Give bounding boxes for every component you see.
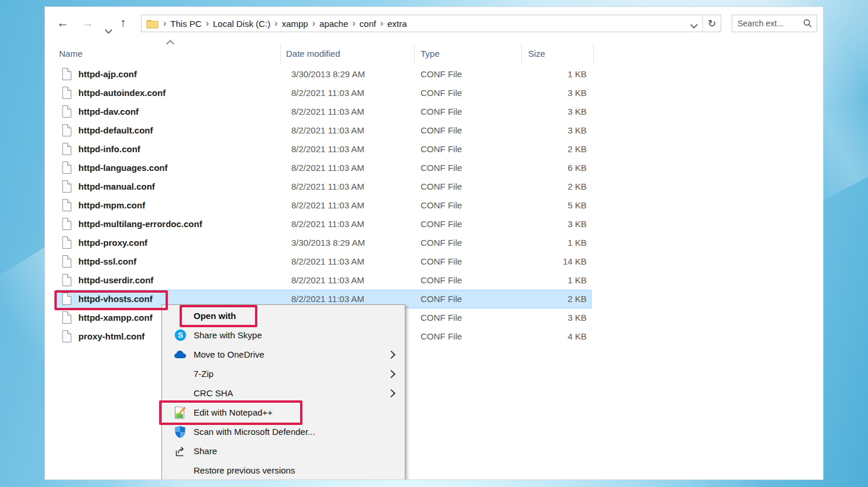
breadcrumb-item[interactable]: This PC: [167, 19, 204, 29]
file-type: CONF File: [421, 88, 462, 98]
file-size: 6 KB: [474, 163, 587, 173]
context-menu-item[interactable]: SShare with Skype: [162, 325, 405, 345]
file-row[interactable]: httpd-manual.conf8/2/2021 11:03 AMCONF F…: [56, 177, 591, 196]
context-menu-item[interactable]: Open with: [162, 306, 405, 325]
context-menu-item[interactable]: Edit with Notepad++: [162, 403, 405, 422]
context-menu-item[interactable]: CRC SHA: [162, 383, 405, 403]
file-row[interactable]: httpd-userdir.conf8/2/2021 11:03 AMCONF …: [56, 271, 591, 290]
file-icon: [62, 255, 71, 270]
chevron-right-icon: ›: [205, 18, 210, 29]
file-explorer-window: ← → ↑ ›This PC›Local Disk (C:)›xampp›apa…: [44, 6, 824, 480]
file-row[interactable]: httpd-autoindex.conf8/2/2021 11:03 AMCON…: [56, 84, 591, 102]
file-date-modified: 8/2/2021 11:03 AM: [291, 181, 364, 191]
context-menu-item[interactable]: Restore previous versions: [162, 461, 405, 480]
search-box[interactable]: [732, 15, 817, 32]
recent-locations-chevron-down-icon[interactable]: [106, 22, 111, 35]
file-icon: [62, 124, 71, 139]
address-dropdown-chevron-down-icon[interactable]: [691, 19, 697, 30]
back-button[interactable]: ←: [57, 16, 69, 29]
file-row[interactable]: httpd-mpm.conf8/2/2021 11:03 AMCONF File…: [56, 196, 591, 215]
file-type: CONF File: [421, 238, 462, 248]
sort-ascending-icon: [166, 40, 174, 48]
file-name: httpd-info.conf: [78, 144, 140, 154]
file-icon: [62, 180, 71, 195]
search-input[interactable]: [732, 19, 802, 28]
search-icon[interactable]: [803, 19, 812, 30]
file-name: httpd-autoindex.conf: [78, 88, 166, 98]
file-date-modified: 8/2/2021 11:03 AM: [291, 163, 364, 173]
context-menu-item[interactable]: Share: [162, 441, 405, 461]
forward-button[interactable]: →: [81, 16, 94, 29]
file-date-modified: 8/2/2021 11:03 AM: [291, 256, 364, 266]
file-date-modified: 8/2/2021 11:03 AM: [291, 219, 364, 229]
context-menu: Open withSShare with SkypeMove to OneDri…: [161, 304, 405, 480]
notepad-plus-plus-icon: [173, 406, 188, 420]
file-name: httpd-proxy.conf: [78, 238, 147, 248]
refresh-icon[interactable]: ↻: [703, 18, 721, 30]
column-header-name[interactable]: Name: [59, 49, 82, 59]
navigation-toolbar: ← → ↑ ›This PC›Local Disk (C:)›xampp›apa…: [45, 7, 823, 40]
breadcrumb-item[interactable]: conf: [357, 19, 379, 29]
column-divider[interactable]: [593, 44, 594, 65]
column-divider[interactable]: [414, 44, 415, 65]
file-icon: [62, 143, 71, 157]
file-date-modified: 8/2/2021 11:03 AM: [291, 275, 364, 285]
context-menu-item[interactable]: Scan with Microsoft Defender...: [162, 422, 405, 441]
file-name: httpd-default.conf: [78, 125, 153, 135]
address-bar-controls: ↻: [686, 15, 721, 32]
file-type: CONF File: [421, 200, 462, 210]
file-type: CONF File: [421, 107, 462, 116]
file-type: CONF File: [421, 69, 462, 79]
file-type: CONF File: [421, 256, 462, 266]
context-menu-item[interactable]: 7-Zip: [162, 364, 405, 383]
chevron-right-icon: ›: [311, 18, 316, 29]
file-size: 1 KB: [474, 275, 587, 285]
column-header-size[interactable]: Size: [528, 49, 545, 59]
column-divider[interactable]: [521, 44, 522, 65]
file-size: 5 KB: [474, 200, 587, 210]
file-icon: [62, 199, 71, 214]
context-menu-item[interactable]: Move to OneDrive: [162, 345, 405, 364]
submenu-chevron-right-icon: [387, 351, 395, 359]
file-row[interactable]: httpd-ajp.conf3/30/2013 8:29 AMCONF File…: [56, 65, 591, 84]
file-icon: [62, 330, 71, 345]
file-type: CONF File: [421, 219, 462, 229]
breadcrumb-item[interactable]: apache: [316, 19, 351, 29]
up-button[interactable]: ↑: [120, 16, 126, 29]
file-row[interactable]: httpd-languages.conf8/2/2021 11:03 AMCON…: [56, 159, 591, 177]
file-name: proxy-html.conf: [78, 331, 144, 341]
breadcrumb-item[interactable]: Local Disk (C:): [210, 19, 273, 29]
file-row[interactable]: httpd-proxy.conf3/30/2013 8:29 AMCONF Fi…: [56, 234, 591, 252]
column-divider[interactable]: [280, 44, 281, 65]
column-header-date-modified[interactable]: Date modified: [286, 49, 340, 59]
chevron-right-icon: ›: [379, 18, 384, 29]
file-icon: [62, 162, 71, 176]
defender-shield-icon: [173, 425, 188, 439]
breadcrumb-item[interactable]: xampp: [279, 19, 311, 29]
file-row[interactable]: httpd-info.conf8/2/2021 11:03 AMCONF Fil…: [56, 140, 591, 159]
file-date-modified: 8/2/2021 11:03 AM: [291, 144, 364, 154]
breadcrumb-item[interactable]: extra: [384, 19, 409, 29]
file-size: 2 KB: [474, 144, 587, 154]
file-name: httpd-userdir.conf: [78, 275, 153, 285]
file-type: CONF File: [421, 331, 462, 341]
file-row[interactable]: httpd-ssl.conf8/2/2021 11:03 AMCONF File…: [56, 252, 591, 271]
file-icon: [62, 87, 71, 101]
address-bar[interactable]: ›This PC›Local Disk (C:)›xampp›apache›co…: [141, 15, 721, 32]
file-list: httpd-ajp.conf3/30/2013 8:29 AMCONF File…: [56, 65, 591, 346]
folder-icon: [146, 19, 159, 29]
file-type: CONF File: [421, 294, 462, 304]
file-row[interactable]: httpd-default.conf8/2/2021 11:03 AMCONF …: [56, 121, 591, 140]
file-type: CONF File: [421, 144, 462, 154]
file-name: httpd-multilang-errordoc.conf: [78, 219, 202, 229]
chevron-right-icon: ›: [351, 18, 356, 29]
svg-text:S: S: [178, 331, 183, 339]
menu-item-label: Edit with Notepad++: [194, 407, 273, 417]
file-size: 2 KB: [474, 294, 587, 304]
file-icon: [62, 218, 71, 232]
column-header-type[interactable]: Type: [421, 49, 440, 59]
file-row[interactable]: httpd-multilang-errordoc.conf8/2/2021 11…: [56, 215, 591, 234]
file-row[interactable]: httpd-dav.conf8/2/2021 11:03 AMCONF File…: [56, 102, 591, 121]
file-icon: [62, 311, 71, 326]
column-header-row: Name Date modified Type Size: [45, 41, 823, 66]
